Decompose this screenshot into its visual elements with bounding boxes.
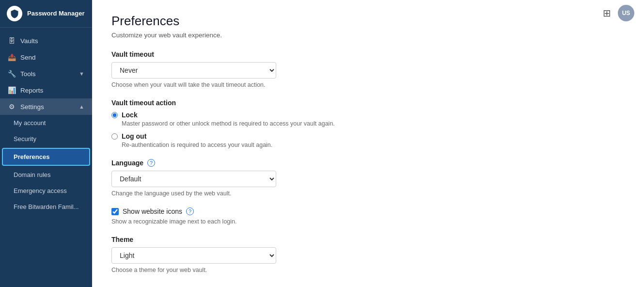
vault-timeout-action-section: Vault timeout action Lock Master passwor…	[111, 99, 625, 148]
vaults-icon: 🗄	[8, 37, 16, 45]
sidebar-label-my-account: My account	[14, 119, 46, 127]
vault-timeout-action-label: Vault timeout action	[111, 99, 625, 107]
radio-lock-label[interactable]: Lock	[122, 111, 138, 119]
sidebar-item-vaults[interactable]: 🗄 Vaults	[0, 32, 92, 49]
send-icon: 📤	[8, 53, 16, 61]
topbar: ⊞ US	[593, 0, 644, 26]
show-icons-help-icon[interactable]: ?	[186, 207, 194, 215]
language-select[interactable]: Default English Spanish French German	[111, 171, 276, 187]
sidebar-label-settings: Settings	[20, 103, 44, 111]
page-title: Preferences	[111, 14, 625, 29]
sidebar-label-preferences: Preferences	[14, 153, 49, 160]
show-icons-section: Show website icons ? Show a recognizable…	[111, 207, 625, 225]
sidebar-label-free-bitwarden: Free Bitwarden Famil...	[14, 203, 79, 210]
reports-icon: 📊	[8, 86, 16, 94]
avatar[interactable]: US	[618, 5, 634, 21]
radio-lock-option: Lock Master password or other unlock met…	[111, 111, 625, 127]
theme-section: Theme Light Dark System default Choose a…	[111, 236, 625, 273]
theme-select[interactable]: Light Dark System default	[111, 247, 276, 264]
page-subtitle: Customize your web vault experience.	[111, 32, 625, 39]
app-name: Password Manager	[27, 10, 85, 17]
tools-icon: 🔧	[8, 70, 16, 78]
show-icons-label[interactable]: Show website icons	[123, 207, 182, 215]
sidebar-label-tools: Tools	[20, 70, 36, 78]
sidebar-label-send: Send	[20, 54, 36, 61]
theme-label: Theme	[111, 236, 625, 243]
language-help: Change the language used by the web vaul…	[111, 190, 625, 197]
sidebar-item-settings[interactable]: ⚙ Settings ▲	[0, 98, 92, 115]
radio-lock-desc: Master password or other unlock method i…	[122, 120, 335, 127]
vault-timeout-help: Choose when your vault will take the vau…	[111, 81, 625, 88]
radio-logout[interactable]	[111, 133, 118, 140]
show-icons-checkbox[interactable]	[111, 208, 119, 215]
settings-icon: ⚙	[8, 103, 16, 111]
show-icons-row: Show website icons ?	[111, 207, 625, 215]
sidebar-item-emergency-access[interactable]: Emergency access	[0, 183, 92, 199]
vault-timeout-label: Vault timeout	[111, 50, 625, 58]
sidebar-item-free-bitwarden[interactable]: Free Bitwarden Famil...	[0, 199, 92, 215]
radio-logout-label[interactable]: Log out	[122, 132, 146, 140]
sidebar-label-reports: Reports	[20, 87, 43, 94]
language-help-icon[interactable]: ?	[147, 159, 155, 167]
radio-logout-option: Log out Re-authentication is required to…	[111, 132, 625, 148]
sidebar-item-security[interactable]: Security	[0, 131, 92, 147]
show-icons-help: Show a recognizable image next to each l…	[111, 218, 625, 225]
radio-lock[interactable]	[111, 112, 118, 118]
sidebar-label-emergency-access: Emergency access	[14, 187, 67, 194]
main-content: ⊞ US Preferences Customize your web vaul…	[92, 0, 644, 287]
sidebar-item-preferences[interactable]: Preferences	[2, 148, 90, 166]
sidebar-label-vaults: Vaults	[20, 37, 38, 45]
sidebar-header: Password Manager	[0, 0, 92, 28]
tools-chevron-icon: ▼	[79, 71, 84, 77]
theme-help: Choose a theme for your web vault.	[111, 267, 625, 273]
vault-timeout-select[interactable]: Never 1 minute 5 minutes 15 minutes 30 m…	[111, 62, 276, 79]
sidebar-label-security: Security	[14, 135, 36, 143]
sidebar-item-domain-rules[interactable]: Domain rules	[0, 167, 92, 183]
app-logo	[7, 6, 22, 21]
grid-icon[interactable]: ⊞	[603, 7, 611, 19]
sidebar-item-tools[interactable]: 🔧 Tools ▼	[0, 65, 92, 82]
sidebar-item-reports[interactable]: 📊 Reports	[0, 82, 92, 98]
vault-timeout-section: Vault timeout Never 1 minute 5 minutes 1…	[111, 50, 625, 88]
sidebar: Password Manager 🗄 Vaults 📤 Send 🔧 Tools…	[0, 0, 92, 287]
radio-logout-desc: Re-authentication is required to access …	[122, 142, 272, 148]
settings-chevron-icon: ▲	[79, 104, 84, 110]
language-section: Language ? Default English Spanish Frenc…	[111, 159, 625, 197]
language-label-row: Language ?	[111, 159, 625, 167]
language-label: Language	[111, 159, 143, 167]
sidebar-label-domain-rules: Domain rules	[14, 171, 51, 178]
sidebar-nav: 🗄 Vaults 📤 Send 🔧 Tools ▼ 📊 Reports ⚙ Se…	[0, 28, 92, 287]
sidebar-item-my-account[interactable]: My account	[0, 115, 92, 131]
sidebar-item-send[interactable]: 📤 Send	[0, 49, 92, 65]
